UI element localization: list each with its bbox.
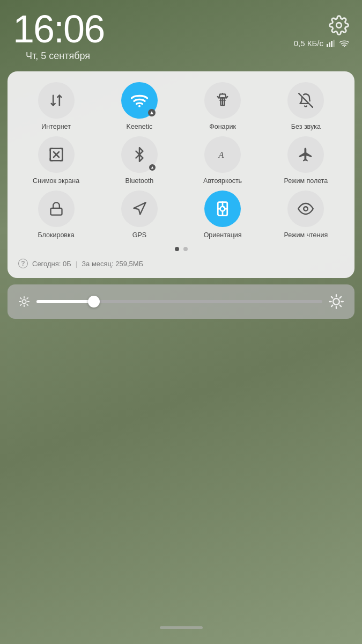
qs-internet[interactable]: Интернет [16,82,96,131]
qs-flashlight-label: Фонарик [209,123,236,131]
settings-icon[interactable] [329,15,349,35]
auto-brightness-icon: A [215,147,231,163]
stats-divider: | [76,260,77,268]
screenshot-icon [48,147,64,163]
qs-bluetooth-circle [121,136,158,173]
qs-bluetooth[interactable]: Bluetooth [99,136,179,185]
qs-auto-brightness-label: Автояркость [203,177,242,185]
qs-airplane[interactable]: Режим полета [266,136,346,185]
svg-line-39 [331,297,333,298]
status-bar: 16:06 Чт, 5 сентября 0,5 КБ/с [0,0,362,62]
qs-gps-label: GPS [132,231,146,239]
qs-auto-brightness[interactable]: A Автояркость [183,136,263,185]
qs-wifi-label: Keenetic [127,123,153,131]
data-stats: ? Сегодня: 0Б | За месяц: 259,5МБ [16,257,346,269]
brightness-handle[interactable] [88,296,100,308]
quick-settings-grid: Интернет Keenetic [16,82,346,239]
network-speed: 0,5 КБ/с [294,39,323,48]
svg-point-26 [304,207,308,211]
svg-line-31 [27,304,28,305]
qs-bluetooth-label: Bluetooth [125,177,153,185]
qs-orientation-circle [204,191,241,227]
month-stats: За месяц: 259,5МБ [82,260,143,268]
bell-off-icon [298,93,313,108]
bluetooth-badge [149,164,156,171]
qs-lock-circle [38,191,75,227]
eye-icon [298,201,314,217]
arrows-updown-icon [49,93,64,108]
page-dot-2 [183,247,188,251]
wifi-status-icon [339,40,349,47]
qs-auto-brightness-circle: A [204,136,241,173]
svg-rect-18 [50,208,62,215]
today-stats: Сегодня: 0Б [32,260,71,268]
svg-point-0 [336,23,342,28]
help-icon[interactable]: ? [18,259,28,268]
qs-wifi-circle [121,82,158,119]
qs-silent[interactable]: Без звука [266,82,346,131]
bluetooth-icon [132,147,147,162]
qs-screenshot[interactable]: Снимок экрана [16,136,96,185]
status-right: 0,5 КБ/с [294,10,349,48]
page-dots [16,247,346,251]
wifi-badge-arrow [150,111,154,115]
qs-screenshot-circle [38,136,75,173]
qs-reading[interactable]: Режим чтения [266,191,346,239]
qs-screenshot-label: Снимок экрана [33,177,79,185]
airplane-icon [298,147,314,163]
qs-silent-circle [287,82,324,119]
wifi-badge [148,109,156,116]
svg-line-34 [20,304,21,305]
qs-silent-label: Без звука [291,123,321,131]
time-display: 16:06 [13,10,104,48]
brightness-high-icon [329,294,344,309]
svg-rect-4 [333,40,335,47]
svg-line-12 [299,93,313,107]
network-info: 0,5 КБ/с [294,39,349,48]
qs-lock[interactable]: Блокировка [16,191,96,239]
brightness-bar[interactable] [8,284,354,319]
svg-line-35 [27,298,28,299]
svg-point-5 [344,46,345,47]
svg-rect-1 [327,44,328,47]
quick-settings-panel: Интернет Keenetic [8,71,354,278]
svg-rect-2 [329,42,330,47]
svg-rect-3 [331,41,333,47]
svg-marker-16 [151,166,154,169]
home-indicator [160,626,203,629]
qs-internet-label: Интернет [41,123,71,131]
svg-line-44 [340,297,341,298]
sun-small-svg [18,296,30,308]
qs-reading-label: Режим чтения [284,231,328,239]
svg-marker-7 [150,111,153,114]
sun-large-svg [329,294,344,309]
qs-lock-label: Блокировка [38,231,75,239]
qs-flashlight[interactable]: Фонарик [183,82,263,131]
gps-icon [132,201,147,216]
svg-point-27 [22,299,26,303]
qs-internet-circle [38,82,75,119]
svg-line-40 [340,305,341,306]
qs-gps[interactable]: GPS [99,191,179,239]
svg-point-36 [333,298,339,305]
qs-wifi[interactable]: Keenetic [99,82,179,131]
qs-gps-circle [121,191,158,227]
qs-orientation[interactable]: Ориентация [183,191,263,239]
clock: 16:06 Чт, 5 сентября [13,10,104,62]
lock-icon [49,201,64,216]
svg-line-30 [20,298,21,299]
qs-orientation-label: Ориентация [204,231,242,239]
qs-reading-circle [287,191,324,227]
page-dot-1 [175,247,179,251]
brightness-low-icon [18,296,30,308]
brightness-track[interactable] [36,300,322,303]
signal-icon [327,40,336,47]
wifi-icon [131,93,148,107]
svg-marker-19 [134,202,145,214]
svg-text:A: A [218,150,224,160]
qs-flashlight-circle [204,82,241,119]
brightness-fill [36,300,94,303]
qs-airplane-label: Режим полета [284,177,328,185]
bt-badge-arrow [151,166,154,169]
orientation-icon [215,201,231,217]
